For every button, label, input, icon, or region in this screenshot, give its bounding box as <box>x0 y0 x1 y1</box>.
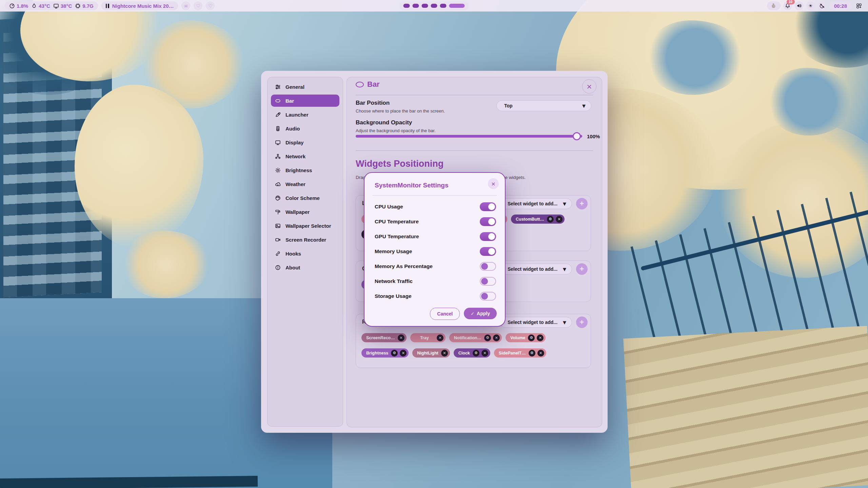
widget-remove-button[interactable]: × <box>400 350 407 357</box>
add-widget-button[interactable]: + <box>576 317 588 328</box>
sidebar-item-hooks[interactable]: Hooks <box>271 247 339 260</box>
sidebar-item-label: Display <box>285 140 303 145</box>
sliders-icon <box>275 84 281 90</box>
bar-position-dropdown[interactable]: Top ▼ <box>496 100 591 111</box>
close-icon: × <box>539 336 542 340</box>
sidebar-item-audio[interactable]: Audio <box>271 122 339 135</box>
cancel-button[interactable]: Cancel <box>430 308 460 320</box>
skull-button[interactable]: ☠ <box>181 1 190 10</box>
brightness-button[interactable]: ☀ <box>806 1 815 10</box>
toggle-knob <box>481 263 488 270</box>
modal-close-button[interactable]: × <box>488 178 499 189</box>
widget-chip-notification[interactable]: Notification…⚙× <box>449 333 502 342</box>
dashboard-button[interactable] <box>854 1 863 10</box>
sidebar-item-wallpaper[interactable]: Wallpaper <box>271 206 339 218</box>
sidebar-item-display[interactable]: Display <box>271 136 339 148</box>
add-widget-dropdown-value: Select widget to add... <box>508 266 557 272</box>
toggle-switch[interactable] <box>480 202 496 211</box>
toggle-row-cpu-temperature: CPU Temperature <box>375 214 496 229</box>
widget-remove-button[interactable]: × <box>493 334 500 341</box>
widget-settings-button[interactable]: ⚙ <box>529 350 535 357</box>
add-widget-button[interactable]: + <box>576 198 588 209</box>
toggle-knob <box>488 218 495 225</box>
workspace-dot-4[interactable] <box>431 4 437 8</box>
night-light-button[interactable] <box>818 1 827 10</box>
dashboard-icon <box>856 3 862 9</box>
widget-settings-button[interactable]: ⚙ <box>391 350 398 357</box>
workspace-dot-1[interactable] <box>403 4 410 8</box>
system-stats-pill[interactable]: 1.8%43°C38°C9.7G <box>5 1 98 10</box>
speakerbox-icon <box>275 126 281 131</box>
widget-settings-button[interactable]: ⚙ <box>473 350 479 357</box>
widget-settings-button[interactable]: ⚙ <box>528 334 535 341</box>
widget-chip-volume[interactable]: Volume⚙× <box>506 333 546 342</box>
widget-settings-button[interactable]: ⚙ <box>484 334 491 341</box>
widget-chip-nightlight[interactable]: NightLight× <box>412 348 450 358</box>
roller-icon <box>275 209 281 215</box>
workspaces-indicator[interactable] <box>399 1 469 10</box>
widget-chip-brightness[interactable]: Brightness⚙× <box>361 348 409 358</box>
sidebar-item-bar[interactable]: Bar <box>271 95 339 107</box>
tray-app-button[interactable] <box>767 1 781 10</box>
widget-remove-button[interactable]: × <box>441 350 448 357</box>
sidebar-item-screen-recorder[interactable]: Screen Recorder <box>271 233 339 246</box>
flame-icon <box>31 3 37 9</box>
sidebar-item-launcher[interactable]: Launcher <box>271 108 339 121</box>
sidebar-item-weather[interactable]: Weather <box>271 178 339 190</box>
toggle-label: CPU Usage <box>375 204 403 210</box>
sidebar-item-label: Color Scheme <box>285 195 320 201</box>
toggle-knob <box>488 248 495 255</box>
sidebar-item-label: Brightness <box>285 167 312 173</box>
widget-remove-button[interactable]: × <box>556 216 563 223</box>
widget-chip-clock[interactable]: Clock⚙× <box>454 348 490 358</box>
chevron-down-icon: ▼ <box>563 320 566 325</box>
gear-icon: ⚙ <box>549 217 552 221</box>
toggle-switch[interactable] <box>480 247 496 256</box>
widget-settings-button[interactable]: ⚙ <box>547 216 554 223</box>
opacity-slider-knob[interactable] <box>573 132 581 140</box>
sidebar-item-network[interactable]: Network <box>271 150 339 162</box>
toggle-label: Memory As Percentage <box>375 263 433 269</box>
sidebar-item-about[interactable]: About <box>271 261 339 273</box>
volume-button[interactable] <box>795 1 804 10</box>
media-title: Nightcore Music Mix 20… <box>112 3 174 9</box>
add-widget-dropdown[interactable]: Select widget to add...▼ <box>500 317 572 328</box>
workspace-dot-6[interactable] <box>449 4 465 8</box>
widget-chip-tray[interactable]: Tray× <box>410 333 446 342</box>
workspace-dot-3[interactable] <box>422 4 428 8</box>
sidebar-item-wallpaper-selector[interactable]: Wallpaper Selector <box>271 220 339 232</box>
toggle-switch[interactable] <box>480 262 496 271</box>
widget-remove-button[interactable]: × <box>437 334 443 341</box>
heart-button[interactable]: ♡ <box>206 1 215 10</box>
add-widget-dropdown[interactable]: Select widget to add...▼ <box>500 264 572 274</box>
toggle-switch[interactable] <box>480 292 496 301</box>
toggle-switch[interactable] <box>480 277 496 286</box>
widget-chip-custombutt[interactable]: CustomButt…⚙× <box>511 215 565 224</box>
sidebar-item-general[interactable]: General <box>271 81 339 93</box>
widget-chip-screenreco[interactable]: ScreenReco…× <box>361 333 407 342</box>
monitor-icon <box>53 3 59 9</box>
sidebar-item-brightness[interactable]: Brightness <box>271 164 339 176</box>
opacity-slider[interactable] <box>356 135 582 138</box>
close-settings-button[interactable]: × <box>582 79 596 94</box>
widget-remove-button[interactable]: × <box>537 334 544 341</box>
heart-button[interactable]: ♡ <box>194 1 202 10</box>
sidebar-item-label: Wallpaper <box>285 209 310 215</box>
add-widget-dropdown[interactable]: Select widget to add...▼ <box>500 198 572 209</box>
widget-remove-button[interactable]: × <box>398 334 405 341</box>
workspace-dot-5[interactable] <box>440 4 447 8</box>
widget-remove-button[interactable]: × <box>481 350 488 357</box>
bar-position-label: Bar Position <box>356 100 390 106</box>
widget-remove-button[interactable]: × <box>537 350 544 357</box>
toggle-switch[interactable] <box>480 232 496 241</box>
toggle-switch[interactable] <box>480 217 496 226</box>
sun-icon: ☀ <box>808 3 813 8</box>
sidebar-item-color-scheme[interactable]: Color Scheme <box>271 192 339 204</box>
clock[interactable]: 00:28 <box>829 1 852 10</box>
apply-button[interactable]: ✓ Apply <box>464 308 497 319</box>
pause-icon <box>106 4 109 8</box>
workspace-dot-2[interactable] <box>413 4 419 8</box>
widget-chip-sidepanelt[interactable]: SidePanelT…⚙× <box>494 348 546 358</box>
media-player-pill[interactable]: Nightcore Music Mix 20… <box>101 1 178 10</box>
add-widget-button[interactable]: + <box>576 263 588 275</box>
